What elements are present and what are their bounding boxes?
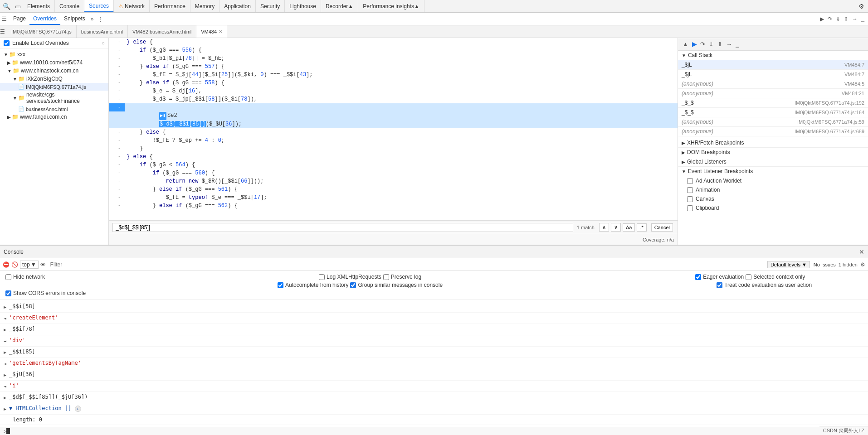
tree-folder-xxx[interactable]: ▼ 📁 xxx — [0, 50, 108, 58]
expand-ssi85-icon[interactable]: ▶ — [4, 348, 6, 357]
check-selected-context[interactable] — [746, 274, 751, 280]
check-eager-eval[interactable] — [695, 274, 701, 280]
expand-sju36-icon[interactable]: ▶ — [4, 371, 6, 380]
call-frame-anon2[interactable]: (anonymous) VM484:21 — [678, 89, 868, 98]
console-clear-icon[interactable]: ⛔ — [3, 261, 10, 268]
tab-performance-insights[interactable]: Performance insights ▲ — [358, 0, 424, 12]
more-options-icon[interactable]: ⋮ — [96, 16, 105, 22]
expand-ssi78-icon[interactable]: ▶ — [4, 325, 6, 334]
bp-item-ad-auction[interactable]: Ad Auction Worklet — [678, 176, 868, 185]
check-log-xml[interactable] — [319, 274, 325, 280]
bp-item-animation[interactable]: Animation — [678, 185, 868, 194]
dom-breakpoints-header[interactable]: ▶ DOM Breakpoints — [678, 148, 868, 157]
step-into-icon[interactable]: ⇓ — [836, 16, 840, 22]
call-frame-ss1[interactable]: _$_$ IM0jQktM6FSQ.6771a74.js:192 — [678, 98, 868, 108]
tree-folder-chinastock[interactable]: ▼ 📁 www.chinastock.com.cn — [0, 67, 108, 75]
check-group-similar[interactable] — [350, 282, 356, 288]
console-settings-icon[interactable]: ⚙ — [860, 261, 865, 268]
bp-check-clipboard[interactable] — [687, 205, 693, 211]
tab-performance[interactable]: Performance — [150, 0, 190, 12]
default-levels-button[interactable]: Default levels ▼ — [767, 261, 810, 268]
tree-file-businessannc[interactable]: 📄 businessAnnc.html — [0, 105, 108, 113]
expand-ssi58-icon[interactable]: ▶ — [4, 303, 6, 312]
bp-item-canvas[interactable]: Canvas — [678, 194, 868, 203]
check-treat-code[interactable] — [717, 282, 722, 288]
call-frame-anon1[interactable]: (anonymous) VM484:5 — [678, 79, 868, 89]
collapse-div-icon[interactable]: ◄ — [4, 337, 6, 346]
deactivate-right-icon[interactable]: ⎯ — [736, 41, 739, 48]
check-show-cors[interactable] — [5, 290, 11, 296]
stab-snippets[interactable]: Snippets — [60, 13, 89, 25]
search-input[interactable] — [112, 223, 573, 232]
collapse-createelement-icon[interactable]: ◄ — [4, 314, 6, 323]
bp-check-ad-auction[interactable] — [687, 178, 693, 184]
tree-folder-10010[interactable]: ▶ 📁 www.10010.com/net5/074 — [0, 58, 108, 67]
more-tabs-chevron[interactable]: » — [89, 16, 96, 22]
console-eye-icon[interactable]: 👁 — [40, 261, 46, 268]
tab-recorder[interactable]: Recorder ▲ — [321, 0, 358, 12]
collapse-i-icon[interactable]: ◄ — [4, 382, 6, 391]
step-right-icon[interactable]: → — [726, 41, 732, 48]
tab-application[interactable]: Application — [219, 0, 256, 12]
step-over-icon[interactable]: ↷ — [828, 16, 832, 22]
step-icon[interactable]: → — [852, 16, 858, 22]
next-match-button[interactable]: ∨ — [611, 223, 621, 232]
tree-folder-newsite[interactable]: ▼ 📁 newsite/cgs-services/stockFinance — [0, 91, 108, 105]
collapse-getelements-icon[interactable]: ◄ — [4, 359, 6, 368]
bp-check-animation[interactable] — [687, 187, 693, 193]
tab-lighthouse[interactable]: Lighthouse — [285, 0, 321, 12]
cancel-search-button[interactable]: Cancel — [651, 223, 673, 232]
step-into-right-icon[interactable]: ⇓ — [709, 41, 714, 48]
stab-overrides[interactable]: Overrides — [29, 13, 60, 25]
check-autocomplete[interactable] — [278, 282, 283, 288]
resume-icon[interactable]: ▶ — [692, 41, 697, 48]
console-cursor[interactable] — [6, 428, 10, 434]
stab-page[interactable]: Page — [10, 13, 29, 25]
prev-match-button[interactable]: ∧ — [599, 223, 609, 232]
file-tab-vm482[interactable]: VM482 businessAnnc.html — [128, 25, 196, 38]
tab-sources[interactable]: Sources — [84, 0, 114, 12]
xhr-breakpoints-header[interactable]: ▶ XHR/Fetch Breakpoints — [678, 138, 868, 148]
clear-overrides-icon[interactable]: ○ — [102, 40, 105, 46]
code-view[interactable]: - } else { - if ($_gG === 556) { - $_b1[… — [109, 38, 678, 220]
deactivate-breakpoints-icon[interactable]: ⎯ — [861, 16, 864, 22]
expand-htmlcollection-icon[interactable]: ▶ — [4, 405, 6, 414]
filetabs-sidebar-icon[interactable]: ☰ — [0, 29, 5, 35]
enable-overrides-checkbox[interactable] — [4, 40, 10, 46]
file-tab-vm484[interactable]: VM484 ✕ — [196, 25, 227, 38]
step-out-icon[interactable]: ⇑ — [844, 16, 848, 22]
expand-sdssi85sju36-icon[interactable]: ▶ — [4, 393, 6, 402]
info-icon[interactable]: i — [75, 406, 81, 412]
collapse-panel-icon[interactable]: ▲ — [683, 41, 688, 48]
check-preserve-log[interactable] — [383, 274, 389, 280]
call-frame-ss2[interactable]: _$_$ IM0jQktM6FSQ.6771a74.js:164 — [678, 108, 868, 117]
step-out-right-icon[interactable]: ⇑ — [717, 41, 722, 48]
match-case-button[interactable]: Aa — [623, 223, 635, 232]
context-selector[interactable]: top ▼ — [20, 261, 39, 269]
tab-network[interactable]: ⚠Network — [114, 0, 150, 12]
tab-console[interactable]: Console — [55, 0, 84, 12]
step-over-right-icon[interactable]: ↷ — [700, 41, 705, 48]
call-stack-header[interactable]: ▼ Call Stack — [678, 51, 868, 60]
call-frame-anon3[interactable]: (anonymous) IM0jQktM6FSQ.6771a74.js:59 — [678, 117, 868, 127]
pause-icon[interactable]: ▶ — [820, 16, 824, 22]
close-console-button[interactable]: ✕ — [859, 248, 864, 256]
bp-item-clipboard[interactable]: Clipboard — [678, 203, 868, 213]
close-vm484-icon[interactable]: ✕ — [219, 29, 222, 34]
tab-security[interactable]: Security — [256, 0, 285, 12]
call-frame-sjl1[interactable]: _$jL VM484:7 — [678, 60, 868, 70]
regex-button[interactable]: .* — [637, 223, 646, 232]
call-frame-anon4[interactable]: (anonymous) IM0jQktM6FSQ.6771a74.js:689 — [678, 127, 868, 136]
settings-gear-icon[interactable]: ⚙ — [855, 3, 868, 10]
device-icon[interactable]: ▭ — [13, 3, 23, 10]
sidebar-toggle-icon[interactable]: ☰ — [2, 16, 7, 22]
tree-folder-fangdi[interactable]: ▶ 📁 www.fangdi.com.cn — [0, 113, 108, 121]
tab-elements[interactable]: Elements — [23, 0, 55, 12]
bp-check-canvas[interactable] — [687, 196, 693, 202]
tree-folder-ixkzon[interactable]: ▼ 📁 iXkZonSIgCbQ — [0, 75, 108, 83]
event-listener-header[interactable]: ▼ Event Listener Breakpoints — [678, 167, 868, 176]
check-hide-network[interactable] — [5, 274, 11, 280]
call-frame-sjl2[interactable]: _$jL VM484:7 — [678, 70, 868, 79]
console-filter-input[interactable] — [48, 261, 767, 268]
global-listeners-header[interactable]: ▶ Global Listeners — [678, 157, 868, 167]
